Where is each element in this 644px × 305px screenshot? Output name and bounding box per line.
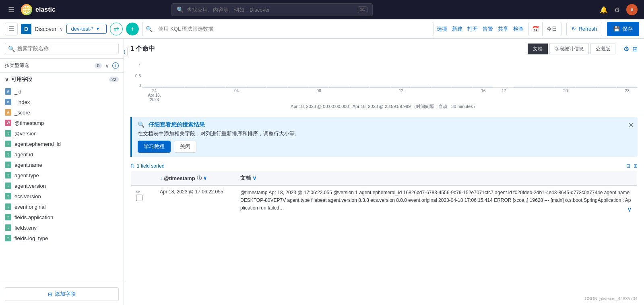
alert-link[interactable]: 告警 (483, 25, 493, 33)
field-item[interactable]: t fields.env (0, 222, 124, 233)
header-row: ↓ @timestamp ⓘ ∨ 文档 ∨ (131, 171, 637, 185)
refresh-button[interactable]: ↻ Refresh (566, 22, 602, 36)
document-cell: @timestamp Apr 18, 2023 @ 17:06:22.055 @… (235, 185, 637, 218)
hamburger-menu[interactable]: ☰ (6, 4, 16, 16)
field-name: _index (14, 99, 30, 105)
kql-input[interactable] (155, 24, 430, 33)
chart-settings-icon[interactable]: ⚙ (623, 45, 629, 53)
tab-field-stats[interactable]: 字段统计信息 (549, 44, 589, 54)
field-item[interactable]: t @version (0, 128, 124, 139)
field-name: fields.application (14, 214, 53, 220)
row-expand-icon[interactable]: ∨ (627, 204, 632, 215)
expand-row-icon[interactable]: ✏ (136, 189, 140, 195)
section-label: 可用字段 (11, 76, 32, 83)
field-item[interactable]: t event.original (0, 201, 124, 212)
inspect-link[interactable]: 检查 (513, 25, 524, 33)
field-item[interactable]: t agent.id (0, 149, 124, 160)
timestamp-info-icon: ⓘ (197, 175, 202, 182)
notifications-icon[interactable]: 🔔 (600, 6, 608, 14)
add-filter-btn[interactable]: + (126, 23, 139, 35)
y-label-1: 1 (130, 64, 141, 68)
filter-label: 按类型筛选 (5, 62, 91, 69)
learn-tutorial-btn[interactable]: 学习教程 (138, 141, 171, 153)
chevron-down-icon: ∨ (60, 26, 63, 32)
x-label (452, 89, 473, 102)
x-label (370, 89, 391, 102)
info-banner-title: 🔍 仔细查看您的搜索结果 (138, 121, 632, 129)
x-label (576, 89, 597, 102)
filter-icon-btn[interactable]: ⇄ (110, 23, 123, 35)
share-link[interactable]: 共享 (498, 25, 508, 33)
datetime-picker[interactable]: 📅 今日 (528, 22, 561, 36)
timestamp-cell: Apr 18, 2023 @ 17:06:22.055 (155, 185, 235, 218)
open-link[interactable]: 打开 (467, 25, 478, 33)
field-item[interactable]: # _score (0, 107, 124, 118)
table-body: ✏ Apr 18, 2023 @ 17:06:22.055 @timestamp… (131, 185, 637, 218)
field-item[interactable]: t fields.log_type (0, 233, 124, 243)
histogram-bar (576, 87, 596, 87)
global-search-input[interactable] (187, 7, 355, 13)
expand-all-icon[interactable]: ⊞ (634, 163, 638, 169)
elastic-logo[interactable]: elastic (21, 4, 56, 15)
field-item[interactable]: t ecs.version (0, 191, 124, 201)
toggle-sidebar-btn[interactable]: ◁ (124, 47, 128, 56)
col-timestamp-header[interactable]: ↓ @timestamp ⓘ ∨ (155, 171, 235, 185)
save-button[interactable]: 💾 保存 (607, 22, 639, 36)
global-search-bar[interactable]: 🔍 ⌘/ (171, 3, 373, 16)
sidebar-search-input[interactable] (5, 43, 119, 54)
field-item[interactable]: t agent.version (0, 181, 124, 191)
field-item[interactable]: t agent.ephemeral_id (0, 139, 124, 149)
row-checkbox[interactable] (136, 195, 142, 201)
histogram-bar (514, 87, 534, 87)
filter-row: 按类型筛选 0 ∨ i (0, 59, 124, 73)
field-type-icon: t (5, 183, 11, 189)
field-type-icon: t (5, 172, 11, 178)
refresh-icon: ↻ (572, 26, 576, 32)
field-item[interactable]: t agent.name (0, 160, 124, 170)
available-fields-section[interactable]: ∨ 可用字段 22 (0, 73, 124, 86)
search-icon: 🔍 (146, 26, 153, 32)
banner-close-icon[interactable]: ✕ (628, 121, 634, 129)
field-name: agent.version (14, 183, 46, 189)
tab-beta[interactable]: 公测版 (590, 44, 615, 54)
info-banner: 🔍 仔细查看您的搜索结果 在文档表中添加相关字段，对列进行重新排序和排序，调整行… (130, 117, 638, 157)
settings-icon[interactable]: ⚙ (614, 6, 620, 14)
nav-right-icons: 🔔 ⚙ e (600, 4, 638, 15)
user-avatar[interactable]: e (626, 4, 638, 15)
today-button[interactable]: 今日 (543, 22, 561, 36)
calendar-icon[interactable]: 📅 (529, 22, 543, 36)
histogram-wrapper (142, 87, 638, 88)
new-link[interactable]: 新建 (452, 25, 462, 33)
filter-chevron-icon[interactable]: ∨ (105, 62, 109, 69)
tab-documents[interactable]: 文档 (528, 44, 548, 54)
add-field-button[interactable]: ⊞ 添加字段 (5, 287, 119, 301)
discover-menu-icon[interactable]: ☰ (5, 23, 18, 35)
close-banner-btn[interactable]: 关闭 (174, 141, 196, 153)
sidebar-search-area: 🔍 (0, 39, 124, 59)
index-pattern-selector[interactable]: dev-test-* ▼ (66, 24, 107, 34)
chart-action-icons: ⚙ ⊞ (623, 45, 638, 53)
kql-search-bar[interactable]: 🔍 (142, 22, 433, 36)
main-layout: 🔍 按类型筛选 0 ∨ i ∨ 可用字段 22 # _id # _index (0, 39, 644, 305)
field-type-icon: t (5, 151, 11, 158)
info-banner-text: 在文档表中添加相关字段，对列进行重新排序和排序，调整行大小等。 (138, 130, 632, 137)
x-label (514, 89, 535, 102)
sort-down-icon: ↓ (160, 175, 162, 181)
x-label (267, 89, 288, 102)
field-item[interactable]: t agent.type (0, 170, 124, 181)
filter-info-icon[interactable]: i (112, 62, 119, 69)
chart-gear-icon[interactable]: ⊞ (632, 45, 638, 53)
field-item[interactable]: # _index (0, 97, 124, 107)
field-name: fields.env (14, 225, 37, 231)
columns-icon[interactable]: ⊟ (626, 163, 630, 169)
timestamp-filter-icon[interactable]: ∨ (203, 175, 207, 181)
field-item[interactable]: t fields.application (0, 212, 124, 222)
field-item[interactable]: # _id (0, 86, 124, 97)
field-item[interactable]: ⏱ @timestamp (0, 118, 124, 128)
col-document-header[interactable]: 文档 ∨ (235, 171, 637, 185)
chart-area: 1 个命中 文档 字段统计信息 公测版 ⚙ ⊞ 1 0.5 0 (124, 39, 644, 113)
add-field-label: 添加字段 (55, 290, 76, 298)
field-name: _id (14, 89, 21, 95)
histogram-bar (246, 87, 266, 87)
options-link[interactable]: 选项 (437, 25, 447, 33)
